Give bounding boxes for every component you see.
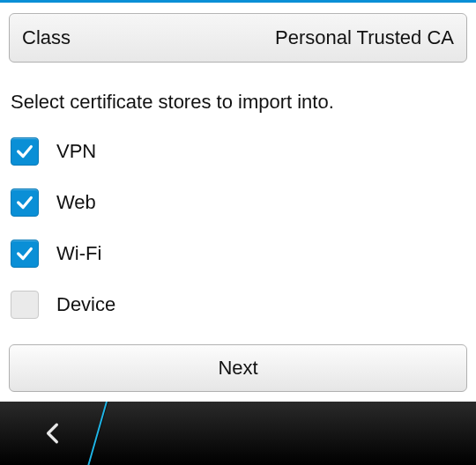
option-label: Web <box>56 191 96 214</box>
checkbox-device[interactable] <box>11 291 39 319</box>
checkbox-web[interactable] <box>11 188 39 217</box>
back-icon <box>41 422 64 445</box>
options-list: VPN Web Wi-Fi Device <box>9 128 467 328</box>
content-area: Class Personal Trusted CA Select certifi… <box>0 3 476 392</box>
option-wifi[interactable]: Wi-Fi <box>11 230 465 277</box>
next-button-label: Next <box>218 357 257 380</box>
option-web[interactable]: Web <box>11 179 465 226</box>
screen: Class Personal Trusted CA Select certifi… <box>0 0 476 465</box>
checkmark-icon <box>15 142 34 161</box>
checkbox-wifi[interactable] <box>11 240 39 268</box>
option-label: Device <box>56 293 115 316</box>
option-device[interactable]: Device <box>11 281 465 328</box>
checkbox-vpn[interactable] <box>11 137 39 166</box>
option-vpn[interactable]: VPN <box>11 128 465 175</box>
bottom-bar <box>0 402 476 465</box>
checkmark-icon <box>15 193 34 212</box>
class-label: Class <box>22 26 71 49</box>
next-button[interactable]: Next <box>9 344 467 392</box>
instruction-text: Select certificate stores to import into… <box>9 91 467 114</box>
checkmark-icon <box>15 244 34 263</box>
option-label: Wi-Fi <box>56 242 101 265</box>
option-label: VPN <box>56 140 96 163</box>
class-dropdown[interactable]: Class Personal Trusted CA <box>9 13 467 63</box>
class-value: Personal Trusted CA <box>275 26 454 49</box>
